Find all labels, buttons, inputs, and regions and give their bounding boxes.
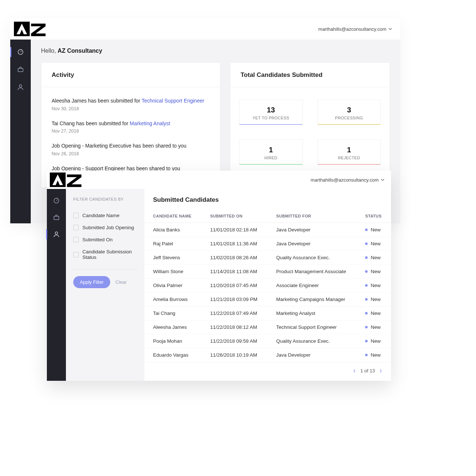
table-row[interactable]: Raj Patel11/01/2018 11:36 AMJava Develop… (144, 237, 391, 251)
greeting-name: AZ Consultancy (57, 48, 102, 54)
table-row[interactable]: Aleesha James11/22/2018 08:12 AMTechnica… (144, 320, 391, 334)
filter-label: Submitted On (82, 237, 113, 242)
table-row[interactable]: Tai Chang11/22/2018 07:49 AMMarketing An… (144, 306, 391, 320)
table-row[interactable]: Pooja Mohan11/22/2018 09:59 AMQuality As… (144, 334, 391, 348)
cell-submitted-for: Marketing Analyst (267, 306, 356, 320)
user-menu[interactable]: marthahills@azconsultancy.com (310, 177, 384, 183)
cell-name: Alicia Banks (144, 223, 201, 237)
cell-submitted-for: Java Developer (267, 348, 356, 362)
filter-option[interactable]: Candidate Name (73, 209, 137, 222)
stat-label: HIRED (242, 156, 300, 160)
stat-label: PROCESSING (321, 116, 378, 120)
filter-option[interactable]: Candidate Submission Status (73, 246, 137, 263)
sidebar-item-candidates[interactable] (46, 227, 67, 242)
sidebar-item-dashboard[interactable] (10, 45, 31, 59)
cell-submitted-on: 11/02/2018 08:26 AM (201, 251, 267, 265)
cell-submitted-on: 11/22/2018 07:49 AM (201, 306, 267, 320)
cell-name: Olivia Palmer (144, 279, 201, 293)
checkbox-icon (73, 225, 79, 230)
greeting: Hello, AZ Consultancy (41, 48, 390, 54)
stat-box: 1HIRED (239, 140, 303, 165)
sidebar-item-dashboard[interactable] (46, 193, 67, 208)
apply-filter-button[interactable]: Apply Filter (73, 276, 110, 288)
cell-submitted-on: 11/14/2018 11:08 AM (201, 265, 267, 279)
cell-submitted-for: Marketing Campaigns Manager (267, 293, 356, 306)
sidebar-item-jobs[interactable] (10, 62, 31, 77)
activity-title: Activity (52, 71, 210, 79)
column-header[interactable]: STATUS (356, 210, 391, 223)
stat-box: 13YET TO PROCESS (239, 100, 303, 125)
pager-next[interactable] (379, 369, 382, 373)
stat-number: 13 (242, 106, 300, 114)
stat-number: 3 (321, 106, 378, 114)
cell-status: New (356, 348, 391, 362)
cell-status: New (356, 237, 391, 251)
cell-status: New (356, 265, 391, 279)
table-row[interactable]: Alicia Banks11/01/2018 02:18 AMJava Deve… (144, 223, 391, 237)
cell-name: Pooja Mohan (144, 334, 201, 348)
stat-box: 1REJECTED (317, 140, 381, 165)
status-dot-icon (365, 256, 368, 259)
column-header[interactable]: SUBMITTED ON (201, 210, 267, 223)
status-text: New (371, 283, 380, 288)
stat-label: REJECTED (321, 156, 378, 160)
sidebar-nav (47, 189, 66, 381)
cell-submitted-on: 11/01/2018 02:18 AM (201, 223, 267, 237)
status-dot-icon (365, 326, 368, 328)
cell-name: Tai Chang (144, 306, 201, 320)
table-row[interactable]: Olivia Palmer11/20/2018 07:45 AMAssociat… (144, 279, 391, 293)
cell-status: New (356, 320, 391, 334)
user-menu[interactable]: marthahills@azconsultancy.com (318, 26, 392, 32)
status-dot-icon (365, 312, 368, 315)
status-dot-icon (365, 228, 368, 231)
sidebar-item-candidates[interactable] (10, 80, 31, 94)
status-dot-icon (365, 298, 368, 301)
status-dot-icon (365, 340, 368, 342)
table-row[interactable]: William Stone11/14/2018 11:08 AMProduct … (144, 265, 391, 279)
pager-prev[interactable] (353, 369, 356, 373)
candidates-window: marthahills@azconsultancy.com FILTER CAN… (47, 171, 391, 381)
cell-submitted-on: 11/26/2018 10:19 AM (201, 348, 267, 362)
column-header[interactable]: CANDIDATE NAME (144, 210, 201, 223)
checkbox-icon (73, 237, 79, 242)
totals-card: Total Candidates Submitted 13YET TO PROC… (230, 62, 390, 188)
checkbox-icon (73, 213, 79, 218)
clear-filter-button[interactable]: Clear (115, 279, 127, 285)
filter-option[interactable]: Submitted On (73, 234, 137, 246)
filter-label: Candidate Submission Status (82, 249, 137, 260)
header-bar: marthahills@azconsultancy.com (10, 18, 400, 40)
cell-name: Raj Patel (144, 237, 201, 251)
cell-submitted-on: 11/01/2018 11:36 AM (201, 237, 267, 251)
cell-name: William Stone (144, 265, 201, 279)
logo (14, 22, 47, 36)
activity-item: Tai Chang has been submitted for Marketi… (52, 116, 210, 139)
table-row[interactable]: Eduardo Vargas11/26/2018 10:19 AMJava De… (144, 348, 391, 362)
activity-item: Aleesha James has been submitted for Tec… (52, 94, 210, 116)
status-text: New (371, 227, 380, 233)
svg-point-7 (55, 232, 58, 234)
activity-text: Job Opening - Marketing Executive has be… (52, 142, 210, 150)
cell-submitted-for: Product Management Associate (267, 265, 356, 279)
greeting-prefix: Hello, (41, 48, 57, 54)
column-header[interactable]: SUBMITTED FOR (267, 210, 356, 223)
activity-text: Aleesha James has been submitted for Tec… (52, 97, 210, 105)
cell-submitted-on: 11/22/2018 09:59 AM (201, 334, 267, 348)
activity-card: Activity Aleesha James has been submitte… (41, 62, 220, 188)
cell-status: New (356, 223, 391, 237)
table-row[interactable]: Jeff Stevens11/02/2018 08:26 AMQuality A… (144, 251, 391, 265)
activity-link[interactable]: Marketing Analyst (130, 120, 170, 126)
filter-label: Submitted Job Opening (82, 225, 134, 230)
cell-name: Aleesha James (144, 320, 201, 334)
sidebar-item-jobs[interactable] (46, 210, 67, 225)
activity-link[interactable]: Technical Support Engineer (142, 98, 204, 104)
chevron-down-icon (381, 178, 384, 182)
pager-label: 1 of 13 (360, 368, 375, 373)
filter-heading: FILTER CANDIDATES BY (73, 197, 137, 201)
table-row[interactable]: Amelia Burrows11/21/2018 03:09 PMMarketi… (144, 293, 391, 306)
activity-date: Nov 30, 2018 (52, 106, 210, 111)
cell-submitted-for: Quality Assurance Exec. (267, 251, 356, 265)
cell-name: Jeff Stevens (144, 251, 201, 265)
header-bar: marthahills@azconsultancy.com (47, 171, 391, 189)
svg-rect-6 (54, 216, 59, 220)
filter-option[interactable]: Submitted Job Opening (73, 222, 137, 234)
